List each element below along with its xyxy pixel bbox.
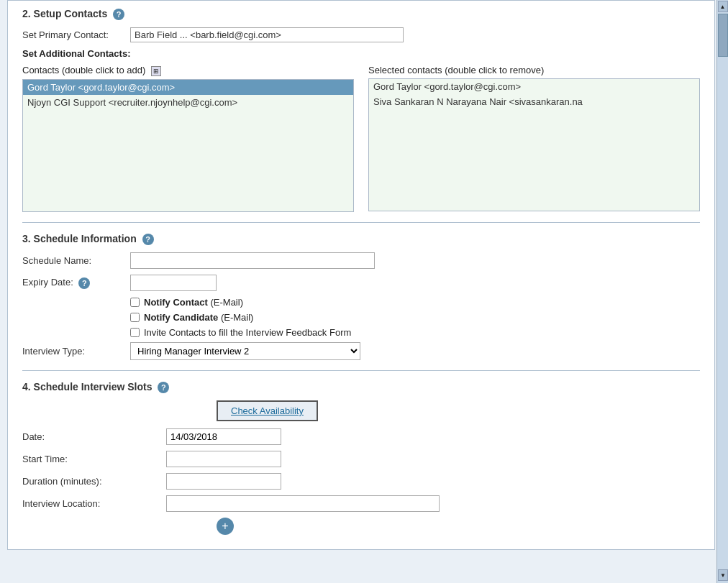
duration-row: Duration (minutes): <box>22 473 700 490</box>
contacts-list-label: Contacts (double click to add) ⊞ <box>22 65 354 76</box>
section-4-title: 4. Schedule Interview Slots ? <box>22 381 700 393</box>
contacts-listbox[interactable]: Gord Taylor <gord.taylor@cgi.com> Njoyn … <box>22 79 354 212</box>
interview-location-input[interactable] <box>166 495 440 512</box>
selected-contacts-label: Selected contacts (double click to remov… <box>368 65 700 75</box>
add-slot-area: + <box>217 518 700 535</box>
start-time-row: Start Time: <box>22 451 700 467</box>
check-availability-wrapper: Check Availability <box>217 400 700 421</box>
selected-contacts-sublabel: (double click to remove) <box>445 65 544 75</box>
notify-candidate-sublabel: (E-Mail) <box>221 312 254 323</box>
expiry-date-row: Expiry Date: ? <box>22 275 700 291</box>
notify-contact-row: Notify Contact (E-Mail) <box>130 297 700 308</box>
selected-contacts-listbox[interactable]: Gord Taylor <gord.taylor@cgi.com> Siva S… <box>368 78 700 211</box>
scrollbar-thumb[interactable] <box>718 14 728 57</box>
primary-contact-input[interactable] <box>130 27 404 42</box>
schedule-name-row: Schedule Name: <box>22 252 700 269</box>
notify-candidate-label-text: Notify Candidate <box>144 312 218 323</box>
notify-candidate-checkbox[interactable] <box>130 313 140 322</box>
scrollbar[interactable]: ▲ ▼ <box>716 0 728 583</box>
notify-contact-label-text: Notify Contact <box>144 297 208 308</box>
invite-contacts-checkbox[interactable] <box>130 328 140 337</box>
date-row: Date: <box>22 428 700 445</box>
interview-location-label: Interview Location: <box>22 498 166 509</box>
interview-type-row: Interview Type: Hiring Manager Interview… <box>22 342 700 360</box>
contacts-list-block: Contacts (double click to add) ⊞ Gord Ta… <box>22 65 354 212</box>
section-setup-contacts: 2. Setup Contacts ? Set Primary Contact:… <box>22 8 700 212</box>
expiry-help-icon[interactable]: ? <box>78 277 90 289</box>
additional-contacts-label: Set Additional Contacts: <box>22 48 700 59</box>
start-time-input[interactable] <box>166 451 281 467</box>
expiry-date-input[interactable] <box>130 275 217 291</box>
section-3-title: 3. Schedule Information ? <box>22 233 700 245</box>
selected-contacts-item[interactable]: Siva Sankaran N Narayana Nair <sivasanka… <box>369 94 699 109</box>
notify-contact-sublabel: (E-Mail) <box>210 297 243 308</box>
section-schedule-slots: 4. Schedule Interview Slots ? Check Avai… <box>22 381 700 535</box>
section-schedule-info: 3. Schedule Information ? Schedule Name:… <box>22 233 700 360</box>
scroll-down-arrow[interactable]: ▼ <box>718 569 728 581</box>
selected-contacts-item[interactable]: Gord Taylor <gord.taylor@cgi.com> <box>369 79 699 94</box>
primary-contact-label: Set Primary Contact: <box>22 27 130 40</box>
primary-contact-row: Set Primary Contact: <box>22 27 700 42</box>
divider-2 <box>22 370 700 371</box>
invite-contacts-row: Invite Contacts to fill the Interview Fe… <box>130 327 700 338</box>
duration-label: Duration (minutes): <box>22 476 166 487</box>
expiry-date-label-text: Expiry Date: <box>22 277 73 288</box>
section-3-help-icon[interactable]: ? <box>142 234 154 245</box>
contacts-list-icon[interactable]: ⊞ <box>151 66 161 76</box>
interview-location-row: Interview Location: <box>22 495 700 512</box>
contacts-list-item[interactable]: Gord Taylor <gord.taylor@cgi.com> <box>23 80 353 95</box>
date-label: Date: <box>22 431 166 442</box>
contacts-list-item[interactable]: Njoyn CGI Support <recruiter.njoynhelp@c… <box>23 95 353 110</box>
schedule-name-label: Schedule Name: <box>22 255 130 266</box>
interview-type-label: Interview Type: <box>22 346 130 357</box>
section-2-title: 2. Setup Contacts ? <box>22 8 700 20</box>
start-time-label: Start Time: <box>22 454 166 464</box>
duration-input[interactable] <box>166 473 281 490</box>
section-4-title-text: 4. Schedule Interview Slots <box>22 381 153 393</box>
scroll-up-arrow[interactable]: ▲ <box>718 1 728 12</box>
date-input[interactable] <box>166 428 281 445</box>
notify-contact-label: Notify Contact (E-Mail) <box>144 297 243 308</box>
notify-contact-checkbox[interactable] <box>130 298 140 307</box>
notify-candidate-label: Notify Candidate (E-Mail) <box>144 312 253 323</box>
invite-contacts-label: Invite Contacts to fill the Interview Fe… <box>144 327 351 338</box>
contacts-section: Contacts (double click to add) ⊞ Gord Ta… <box>22 65 700 212</box>
expiry-date-label: Expiry Date: ? <box>22 277 130 289</box>
contacts-label-text: Contacts <box>22 65 59 75</box>
schedule-name-input[interactable] <box>130 252 375 269</box>
contacts-sublabel: (double click to add) <box>62 65 145 75</box>
notify-candidate-row: Notify Candidate (E-Mail) <box>130 312 700 323</box>
add-slot-icon[interactable]: + <box>217 518 234 535</box>
page-wrapper: ▲ ▼ 2. Setup Contacts ? Set Primary Cont… <box>0 0 728 583</box>
selected-contacts-block: Selected contacts (double click to remov… <box>368 65 700 212</box>
section-2-help-icon[interactable]: ? <box>113 9 124 20</box>
check-availability-button[interactable]: Check Availability <box>217 400 318 421</box>
divider-1 <box>22 222 700 223</box>
main-content: 2. Setup Contacts ? Set Primary Contact:… <box>7 0 715 550</box>
interview-type-select[interactable]: Hiring Manager Interview 2 Hiring Manage… <box>130 342 360 360</box>
section-4-help-icon[interactable]: ? <box>158 382 169 393</box>
section-3-title-text: 3. Schedule Information <box>22 233 137 244</box>
section-2-title-text: 2. Setup Contacts <box>22 8 107 19</box>
selected-contacts-label-text: Selected contacts <box>368 65 442 75</box>
